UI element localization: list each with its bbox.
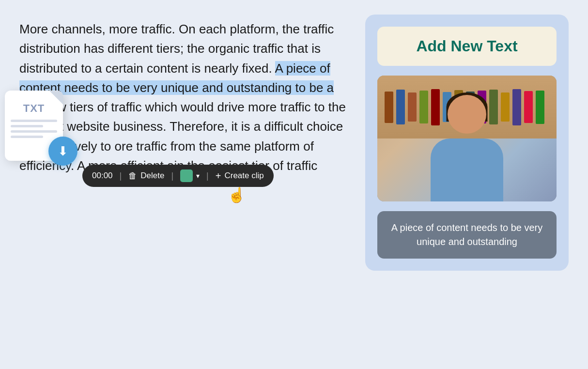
toolbar-popup: 00:00 | 🗑 Delete | ▾ | + Create clip xyxy=(82,165,274,187)
book-1 xyxy=(385,92,393,123)
color-swatch-button[interactable]: ▾ xyxy=(180,169,200,182)
left-panel: More channels, more traffic. On each pla… xyxy=(19,15,346,175)
txt-line-3 xyxy=(11,130,57,133)
create-clip-label: Create clip xyxy=(224,171,263,181)
plus-icon: + xyxy=(216,170,221,182)
person-figure xyxy=(418,85,515,201)
divider-3: | xyxy=(206,171,209,181)
add-new-text-box[interactable]: Add New Text xyxy=(377,27,557,66)
add-new-text-label: Add New Text xyxy=(416,37,517,55)
download-button[interactable]: ⬇ xyxy=(48,137,77,166)
book-2 xyxy=(396,90,405,124)
toolbar-time: 00:00 xyxy=(92,171,113,181)
create-clip-button[interactable]: + Create clip xyxy=(216,170,264,182)
txt-label: TXT xyxy=(23,102,45,115)
divider-2: | xyxy=(171,171,173,181)
download-icon: ⬇ xyxy=(58,144,68,159)
caption-text: A piece of content needs to be very uniq… xyxy=(391,222,542,247)
video-img-placeholder xyxy=(377,76,557,201)
video-thumbnail xyxy=(377,76,557,201)
book-13 xyxy=(524,91,533,123)
caption-box: A piece of content needs to be very uniq… xyxy=(377,211,557,259)
txt-line-4 xyxy=(11,136,43,138)
delete-button[interactable]: 🗑 Delete xyxy=(128,171,164,181)
book-3 xyxy=(408,92,417,122)
person-body xyxy=(431,138,503,201)
divider-1: | xyxy=(120,171,122,181)
right-panel: Add New Text xyxy=(365,15,569,271)
txt-file-corner xyxy=(49,91,63,104)
main-container: More channels, more traffic. On each pla… xyxy=(0,0,588,369)
cursor-hand-icon: ☝ xyxy=(228,186,246,203)
txt-line-1 xyxy=(11,120,57,122)
txt-line-2 xyxy=(11,125,43,127)
book-14 xyxy=(536,91,544,124)
txt-lines xyxy=(11,120,57,138)
delete-label: Delete xyxy=(140,171,164,181)
person-head xyxy=(448,95,486,134)
color-swatch xyxy=(180,169,193,182)
chevron-down-icon: ▾ xyxy=(196,172,200,180)
trash-icon: 🗑 xyxy=(128,171,137,181)
